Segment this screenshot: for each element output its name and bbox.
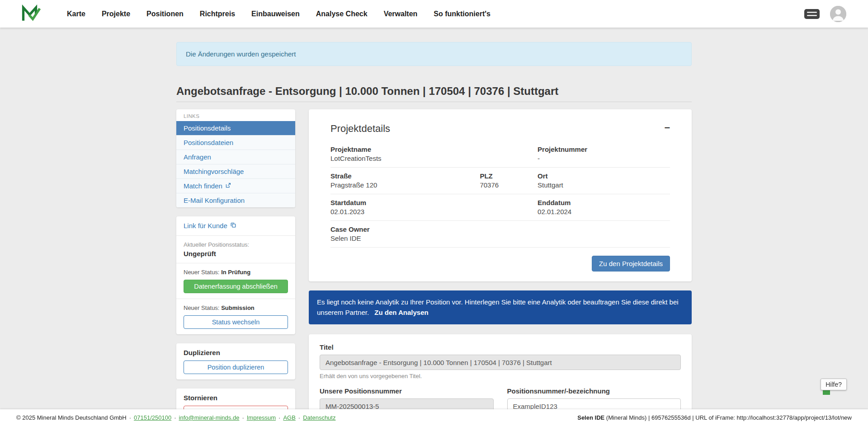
analytics-banner: Es liegt noch keine Analytik zu Ihrer Po… [309,290,692,324]
cancel-card-title: Stornieren [184,394,288,402]
sidebar-item-matchingvorschlaege[interactable]: Matchingvorschläge [176,164,295,179]
duplicate-card: Duplizieren Position duplizieren [176,343,295,379]
sidebar-item-label: Positionsdetails [184,124,231,132]
enddatum-label: Enddatum [538,199,670,206]
startdatum-label: Startdatum [330,199,538,206]
sidebar-item-label: Matchingvorschläge [184,168,244,175]
sidebar-item-label: Anfragen [184,153,211,161]
footer-user: Selen IDE [577,414,604,421]
user-avatar[interactable] [830,6,846,22]
copy-icon [230,222,236,229]
top-navbar: Karte Projekte Positionen Richtpreis Ein… [0,0,868,28]
project-details-card: Projektdetails – Projektname LotCreation… [309,109,692,281]
separator: · [298,414,300,421]
titel-label: Titel [320,343,681,351]
sidebar-item-label: E-Mail Konfiguration [184,197,245,204]
nav-item-positionen[interactable]: Positionen [138,0,192,28]
nav-item-einbauweisen[interactable]: Einbauweisen [243,0,308,28]
footer-meta: (Mineral Minds) | 69576255536d | URL of … [604,414,852,421]
customer-link[interactable]: Link für Kunde [184,222,236,229]
external-link-icon [225,182,231,190]
positionsbezeichnung-label: Positionsnummer/-bezeichnung [507,387,681,395]
project-details-title: Projektdetails [330,123,390,135]
separator: · [242,414,244,421]
footer-link-agb[interactable]: AGB [283,414,295,421]
brand-logo[interactable] [22,5,41,23]
sidebar-links-card: LINKS Positionsdetails Positionsdateien … [176,109,295,207]
nav-item-karte[interactable]: Karte [59,0,94,28]
collapse-button[interactable]: – [665,123,670,132]
separator: · [278,414,280,421]
footer: © 2025 Mineral Minds Deutschland GmbH · … [0,409,868,426]
brand-logo-icon [22,5,41,23]
project-row: Startdatum 02.01.2023 Enddatum 02.01.202… [330,194,670,221]
success-alert: Die Änderungen wurden gespeichert [176,42,692,66]
sidebar-item-label: Match finden [184,182,222,190]
footer-link-datenschutz[interactable]: Datenschutz [303,414,335,421]
main-column: Projektdetails – Projektname LotCreation… [309,109,692,426]
footer-link-phone[interactable]: 07151/250100 [134,414,171,421]
enddatum-value: 02.01.2024 [538,208,670,215]
projektname-value: LotCreationTests [330,154,538,162]
projektnummer-value: - [538,154,670,162]
footer-link-email[interactable]: info@mineral-minds.de [179,414,240,421]
sidebar-item-anfragen[interactable]: Anfragen [176,150,295,164]
analytics-link[interactable]: Zu den Analysen [374,309,428,316]
new-status-value: Submission [221,304,255,311]
projektnummer-label: Projektnummer [538,145,670,153]
sidebar-item-label: Positionsdateien [184,139,233,146]
nav-item-projekte[interactable]: Projekte [94,0,138,28]
analytics-banner-text: Es liegt noch keine Analytik zu Ihrer Po… [317,298,679,316]
new-status-line: Neuer Status: Submission [184,304,288,311]
sidebar-item-match-finden[interactable]: Match finden [176,179,295,193]
plz-label: PLZ [480,172,538,180]
switch-status-button[interactable]: Status wechseln [184,315,288,329]
new-status-label: Neuer Status: [184,269,220,276]
links-header: LINKS [176,109,295,121]
new-status-value: In Prüfung [221,269,250,276]
sidebar-item-positionsdetails[interactable]: Positionsdetails [176,121,295,136]
separator: · [174,414,176,421]
project-row: Straße Pragstraße 120 PLZ 70376 Ort Stut… [330,168,670,194]
main-nav: Karte Projekte Positionen Richtpreis Ein… [59,0,499,28]
navbar-right [804,6,846,22]
nav-item-verwalten[interactable]: Verwalten [376,0,426,28]
separator: · [129,414,131,421]
page-title: Angebotsanfrage - Entsorgung | 10.000 To… [176,85,692,102]
duplicate-position-button[interactable]: Position duplizieren [184,360,288,374]
status-card: Link für Kunde Aktueller Positionsstatus… [176,216,295,334]
help-button[interactable]: Hilfe? [821,379,847,390]
sidebar-item-email-konfiguration[interactable]: E-Mail Konfiguration [176,193,295,207]
customer-link-label: Link für Kunde [184,222,227,229]
current-status-label: Aktueller Positionsstatus: [184,241,288,248]
sidebar-item-positionsdateien[interactable]: Positionsdateien [176,136,295,150]
case-owner-label: Case Owner [330,225,538,233]
ort-label: Ort [538,172,670,180]
ort-value: Stuttgart [538,181,670,189]
page-content: Die Änderungen wurden gespeichert Angebo… [176,42,692,426]
plz-value: 70376 [480,181,538,189]
positionsnummer-label: Unsere Positionsnummer [320,387,494,395]
footer-session-info: Selen IDE (Mineral Minds) | 69576255536d… [577,414,852,421]
case-owner-value: Selen IDE [330,234,538,242]
server-icon[interactable] [804,8,820,20]
nav-item-richtpreis[interactable]: Richtpreis [192,0,243,28]
duplicate-card-title: Duplizieren [184,349,288,356]
projektname-label: Projektname [330,145,538,153]
strasse-label: Straße [330,172,480,180]
new-status-label: Neuer Status: [184,304,220,311]
sidebar: LINKS Positionsdetails Positionsdateien … [176,109,295,426]
project-row: Case Owner Selen IDE [330,221,670,248]
titel-input [320,355,681,370]
project-details-button[interactable]: Zu den Projektdetails [592,256,670,272]
titel-help: Erhält den von uns vorgegebenen Titel. [320,373,681,379]
footer-link-impressum[interactable]: Impressum [247,414,276,421]
nav-item-analyse-check[interactable]: Analyse Check [308,0,376,28]
footer-left: © 2025 Mineral Minds Deutschland GmbH · … [16,414,335,421]
copyright-text: © 2025 Mineral Minds Deutschland GmbH [16,414,127,421]
strasse-value: Pragstraße 120 [330,181,480,189]
nav-item-so-funktionierts[interactable]: So funktioniert's [425,0,499,28]
complete-data-entry-button[interactable]: Datenerfassung abschließen [184,280,288,293]
startdatum-value: 02.01.2023 [330,208,538,215]
project-row: Projektname LotCreationTests Projektnumm… [330,141,670,168]
